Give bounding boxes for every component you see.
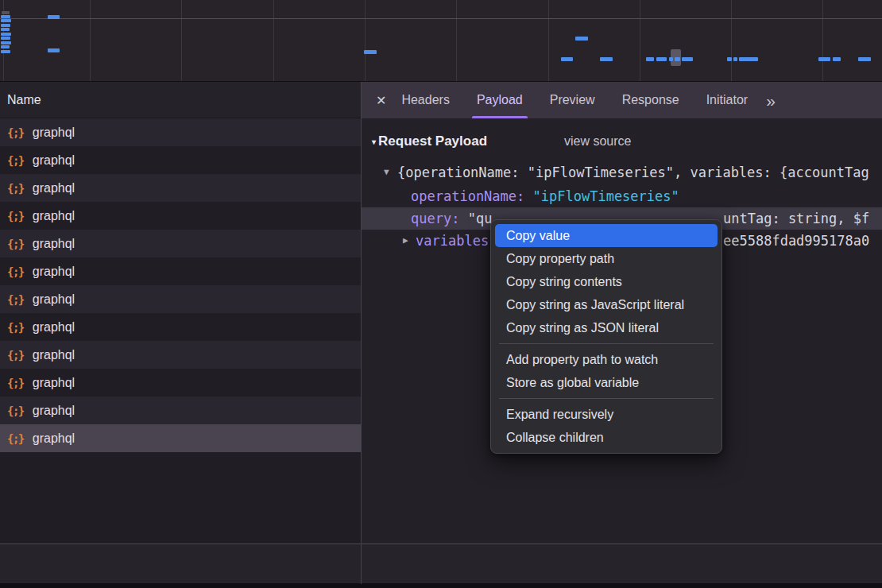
timeline-gridline	[90, 0, 91, 81]
section-collapse-icon[interactable]: ▾	[372, 137, 376, 146]
context-menu-item[interactable]: Store as global variable	[495, 371, 718, 394]
request-row[interactable]: {;}graphql	[0, 118, 362, 146]
timeline-request-bar	[600, 57, 613, 61]
menu-divider	[499, 343, 714, 344]
tabs-host: HeadersPayloadPreviewResponseInitiator	[386, 82, 760, 118]
request-name: graphql	[33, 404, 75, 418]
timeline-request-bar	[561, 57, 573, 61]
request-name: graphql	[33, 181, 75, 195]
request-name: graphql	[33, 431, 75, 446]
context-menu-item[interactable]: Copy string as JSON literal	[495, 316, 718, 339]
timeline-gridline	[0, 18, 882, 19]
timeline-gridline	[822, 0, 823, 81]
collapse-arrow-icon[interactable]: ▼	[384, 161, 389, 184]
json-braces-icon: {;}	[7, 210, 24, 222]
json-braces-icon: {;}	[7, 349, 24, 362]
json-braces-icon: {;}	[7, 321, 24, 334]
property-value-start: "qu	[459, 211, 492, 226]
timeline-gridline	[731, 0, 732, 81]
request-name: graphql	[33, 237, 75, 251]
request-row[interactable]: {;}graphql	[0, 424, 362, 452]
context-menu-item[interactable]: Copy string contents	[495, 270, 718, 293]
request-name: graphql	[33, 209, 75, 223]
context-menu-item[interactable]: Add property path to watch	[495, 348, 718, 371]
property-key: variables	[416, 230, 489, 252]
detail-tabbar: ✕ HeadersPayloadPreviewResponseInitiator…	[362, 82, 882, 118]
request-name: graphql	[33, 292, 75, 307]
request-row[interactable]: {;}graphql	[0, 341, 362, 369]
timeline-gridline	[456, 0, 457, 81]
timeline-request-bar	[669, 57, 673, 61]
window-bottom-edge	[0, 583, 882, 588]
query-value-fragment: untTag: string, $f	[723, 207, 869, 230]
context-menu-item[interactable]: Copy string as JavaScript literal	[495, 293, 718, 316]
request-payload-section[interactable]: ▾ Request Payload view source	[362, 130, 882, 153]
network-overview[interactable]	[0, 0, 882, 82]
timeline-gridline	[640, 0, 640, 81]
timeline-request-bar	[1, 50, 10, 53]
context-menu-item[interactable]: Copy value	[495, 224, 718, 247]
request-row[interactable]: {;}graphql	[0, 285, 362, 313]
json-braces-icon: {;}	[7, 432, 24, 445]
timeline-gridline	[273, 0, 274, 81]
devtools-network-panel: Name ✕ HeadersPayloadPreviewResponseInit…	[0, 0, 882, 588]
timeline-request-bar	[818, 57, 830, 61]
timeline-request-bar	[727, 57, 732, 61]
query-entry: query: "qu	[411, 207, 492, 230]
payload-operation-row[interactable]: operationName: "ipFlowTimeseries"	[362, 185, 882, 207]
request-list: {;}graphql{;}graphql{;}graphql{;}graphql…	[0, 118, 362, 544]
menu-divider	[499, 398, 714, 399]
property-value: "ipFlowTimeseries"	[524, 188, 679, 204]
close-icon[interactable]: ✕	[376, 93, 386, 108]
context-menu-item[interactable]: Copy property path	[495, 247, 718, 270]
timeline-request-bar	[1, 19, 11, 22]
expand-arrow-icon[interactable]: ▶	[403, 230, 408, 252]
json-braces-icon: {;}	[7, 238, 24, 250]
json-braces-icon: {;}	[7, 377, 24, 389]
request-row[interactable]: {;}graphql	[0, 397, 362, 424]
tab-preview[interactable]: Preview	[538, 82, 607, 118]
view-source-link[interactable]: view source	[564, 130, 631, 153]
request-row[interactable]: {;}graphql	[0, 369, 362, 397]
payload-root-row[interactable]: ▼ {operationName: "ipFlowTimeseries", va…	[362, 161, 882, 184]
timeline-request-bar	[364, 50, 377, 54]
timeline-request-bar	[1, 45, 10, 48]
json-braces-icon: {;}	[7, 182, 24, 195]
tab-payload[interactable]: Payload	[465, 82, 535, 118]
request-name: graphql	[33, 348, 75, 362]
json-braces-icon: {;}	[7, 404, 24, 417]
timeline-gridline	[181, 0, 182, 81]
operation-name-entry: operationName: "ipFlowTimeseries"	[411, 185, 679, 207]
request-row[interactable]: {;}graphql	[0, 257, 362, 285]
context-menu-item[interactable]: Expand recursively	[495, 403, 718, 426]
request-row[interactable]: {;}graphql	[0, 313, 362, 341]
timeline-gridline	[548, 0, 549, 81]
timeline-request-bar	[675, 57, 680, 61]
footer-divider	[0, 544, 882, 544]
property-key: operationName:	[411, 188, 524, 204]
timeline-request-bar	[833, 57, 841, 61]
name-column-header[interactable]: Name	[0, 82, 362, 118]
context-menu: Copy valueCopy property pathCopy string …	[490, 219, 722, 454]
timeline-request-bar	[1, 28, 10, 31]
timeline-request-bar	[2, 11, 10, 14]
property-key: query:	[411, 211, 459, 226]
json-braces-icon: {;}	[7, 126, 24, 139]
tab-initiator[interactable]: Initiator	[694, 82, 760, 118]
timeline-request-bar	[682, 57, 693, 61]
request-name: graphql	[33, 265, 75, 279]
tab-headers[interactable]: Headers	[389, 82, 461, 118]
json-braces-icon: {;}	[7, 265, 24, 278]
panel-divider[interactable]	[361, 82, 362, 584]
timeline-request-bar	[858, 57, 871, 61]
tab-response[interactable]: Response	[610, 82, 691, 118]
variables-value-fragment: ee5588fdad995178a0	[723, 230, 869, 252]
request-row[interactable]: {;}graphql	[0, 202, 362, 230]
context-menu-item[interactable]: Collapse children	[495, 426, 718, 449]
json-braces-icon: {;}	[7, 293, 24, 306]
request-row[interactable]: {;}graphql	[0, 146, 362, 174]
request-row[interactable]: {;}graphql	[0, 230, 362, 257]
more-tabs-icon[interactable]: »	[766, 92, 776, 109]
timeline-request-bar	[575, 37, 588, 41]
request-row[interactable]: {;}graphql	[0, 174, 362, 202]
